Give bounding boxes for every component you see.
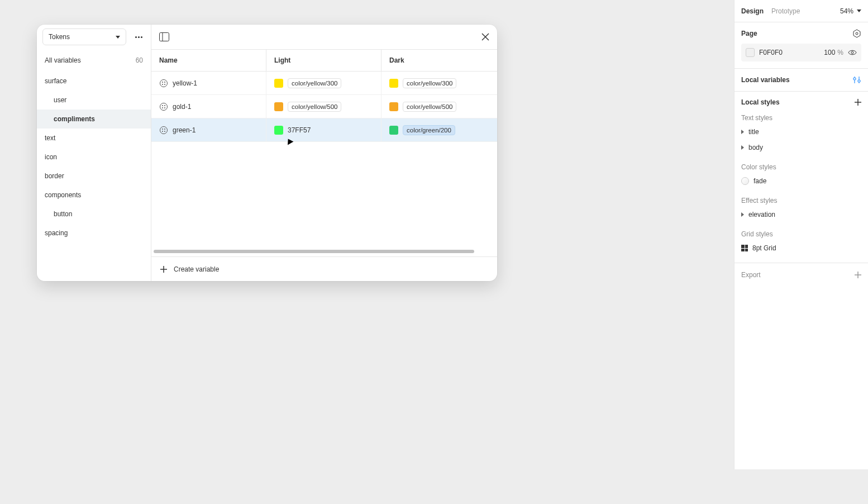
svg-point-22 — [856, 32, 858, 35]
col-light[interactable]: Light — [266, 50, 381, 71]
table-body: yellow-1color/yellow/300color/yellow/300… — [151, 72, 497, 142]
create-variable-label: Create variable — [174, 265, 219, 273]
eye-icon — [848, 49, 857, 56]
cell-name: gold-1 — [151, 95, 266, 118]
cell-dark[interactable]: color/yellow/500 — [381, 95, 497, 118]
visibility-toggle[interactable] — [848, 49, 857, 56]
table-row[interactable]: yellow-1color/yellow/300color/yellow/300 — [151, 72, 497, 95]
cell-name: green-1 — [151, 118, 266, 141]
alias-chip[interactable]: color/yellow/500 — [403, 102, 456, 112]
add-style-button[interactable] — [855, 99, 861, 106]
table-row[interactable]: green-137FF57color/green/200 — [151, 118, 497, 142]
cell-light[interactable]: color/yellow/300 — [266, 72, 381, 94]
col-name[interactable]: Name — [151, 50, 266, 71]
group-item[interactable]: user — [37, 91, 151, 110]
group-item[interactable]: border — [37, 167, 151, 186]
alias-chip[interactable]: color/yellow/500 — [288, 102, 341, 112]
style-item[interactable]: body — [741, 140, 861, 155]
color-styles-header: Color styles — [741, 163, 861, 171]
alias-chip[interactable]: color/yellow/300 — [403, 78, 456, 88]
group-item[interactable]: text — [37, 129, 151, 148]
alias-chip[interactable]: color/yellow/300 — [288, 78, 341, 88]
plus-icon — [855, 272, 861, 278]
close-button[interactable] — [481, 33, 489, 41]
tab-prototype[interactable]: Prototype — [771, 7, 800, 15]
cell-light[interactable]: 37FF57 — [266, 118, 381, 141]
page-opacity-value: 100 — [824, 49, 835, 56]
table-row[interactable]: gold-1color/yellow/500color/yellow/500 — [151, 95, 497, 118]
grid-styles-header: Grid styles — [741, 230, 861, 238]
svg-point-25 — [853, 78, 856, 80]
cell-dark[interactable]: color/yellow/300 — [381, 72, 497, 94]
group-item[interactable]: spacing — [37, 224, 151, 243]
scroll-thumb[interactable] — [154, 250, 474, 253]
group-item[interactable]: compliments — [37, 110, 151, 129]
text-styles-header: Text styles — [741, 114, 861, 122]
svg-point-8 — [164, 84, 165, 85]
color-swatch-icon — [741, 177, 749, 185]
svg-point-16 — [164, 129, 165, 130]
color-variable-icon — [159, 79, 168, 88]
style-item[interactable]: fade — [741, 173, 861, 189]
page-opacity-unit: % — [837, 49, 843, 56]
effect-styles-header: Effect styles — [741, 197, 861, 205]
page-color-hex: F0F0F0 — [759, 49, 824, 56]
add-export-button[interactable] — [855, 272, 861, 278]
dialog-main: Name Light Dark yellow-1color/yellow/300… — [151, 25, 497, 281]
zoom-dropdown[interactable]: 54% — [840, 7, 861, 15]
svg-point-23 — [851, 51, 853, 54]
color-swatch — [274, 126, 283, 135]
style-label: body — [748, 144, 763, 151]
dot-icon — [141, 36, 142, 38]
style-item[interactable]: 8pt Grid — [741, 240, 861, 256]
color-variable-icon — [159, 126, 168, 135]
variable-name: green-1 — [173, 126, 195, 134]
inspector-panel: Design Prototype 54% Page F0F0F0 100 % — [734, 0, 868, 469]
collection-more-button[interactable] — [132, 30, 145, 44]
export-section[interactable]: Export — [735, 263, 868, 287]
table-head: Name Light Dark — [151, 49, 497, 72]
style-label: 8pt Grid — [752, 244, 776, 252]
page-section-title: Page — [741, 30, 757, 37]
style-item[interactable]: title — [741, 124, 861, 140]
page-color-input[interactable]: F0F0F0 100 % — [741, 44, 861, 61]
alias-chip[interactable]: color/green/200 — [403, 125, 455, 135]
chevron-right-icon — [741, 130, 744, 134]
style-item[interactable]: elevation — [741, 207, 861, 222]
svg-point-17 — [162, 131, 163, 132]
cell-dark[interactable]: color/green/200 — [381, 118, 497, 141]
cell-light[interactable]: color/yellow/500 — [266, 95, 381, 118]
style-label: elevation — [748, 211, 775, 218]
group-item[interactable]: button — [37, 205, 151, 224]
color-swatch — [389, 102, 398, 111]
collection-dropdown[interactable]: Tokens — [42, 28, 126, 45]
group-item[interactable]: surface — [37, 72, 151, 91]
chevron-down-icon — [116, 36, 120, 39]
open-variables-button[interactable] — [852, 75, 861, 84]
svg-point-11 — [164, 105, 165, 106]
local-variables-title: Local variables — [741, 76, 790, 84]
chevron-right-icon — [741, 212, 744, 217]
group-item[interactable]: components — [37, 186, 151, 205]
svg-point-27 — [858, 80, 860, 82]
style-label: title — [748, 128, 759, 136]
col-dark[interactable]: Dark — [381, 50, 497, 71]
color-swatch — [274, 102, 283, 111]
variables-dialog: Tokens All variables 60 surfaceusercompl… — [37, 25, 497, 281]
variable-mode-button[interactable] — [852, 29, 861, 38]
color-swatch — [274, 79, 283, 88]
group-item[interactable]: icon — [37, 148, 151, 167]
horizontal-scrollbar[interactable] — [154, 250, 495, 254]
sidebar-toggle-button[interactable] — [159, 32, 169, 41]
tab-design[interactable]: Design — [741, 7, 764, 15]
all-variables-row[interactable]: All variables 60 — [37, 49, 151, 72]
style-label: fade — [753, 177, 766, 185]
page-color-swatch — [746, 48, 755, 57]
hex-value[interactable]: 37FF57 — [288, 126, 311, 134]
svg-point-6 — [164, 82, 165, 83]
svg-rect-0 — [160, 33, 169, 41]
create-variable-button[interactable]: Create variable — [151, 256, 497, 281]
zoom-value: 54% — [840, 7, 853, 15]
close-icon — [481, 33, 489, 41]
chevron-right-icon — [741, 145, 744, 150]
